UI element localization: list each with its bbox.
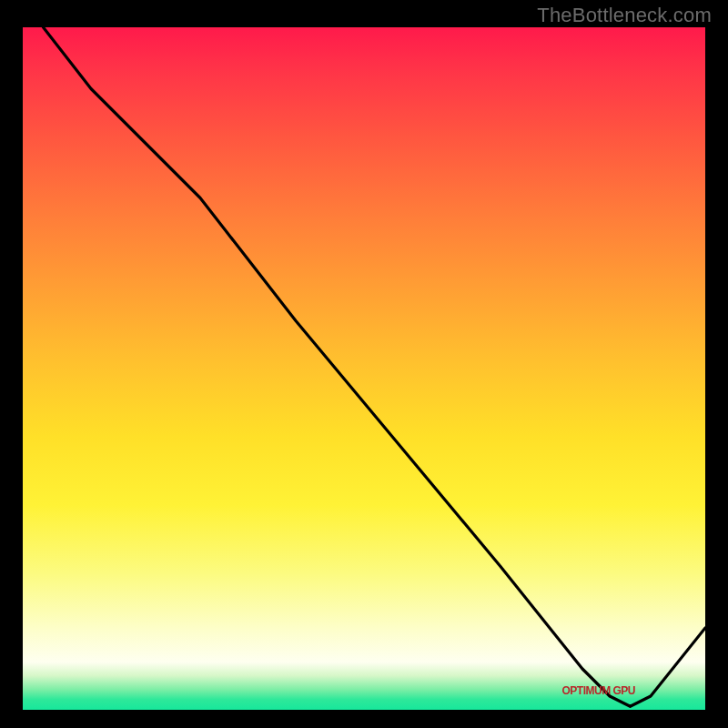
optimum-gpu-label: OPTIMUM GPU: [562, 684, 636, 697]
bottleneck-curve: [44, 27, 706, 706]
chart-frame: TheBottleneck.com OPTIMUM GPU: [0, 0, 728, 728]
watermark-text: TheBottleneck.com: [537, 4, 712, 27]
chart-svg: [23, 27, 705, 710]
chart-plot-area: OPTIMUM GPU: [23, 27, 705, 710]
